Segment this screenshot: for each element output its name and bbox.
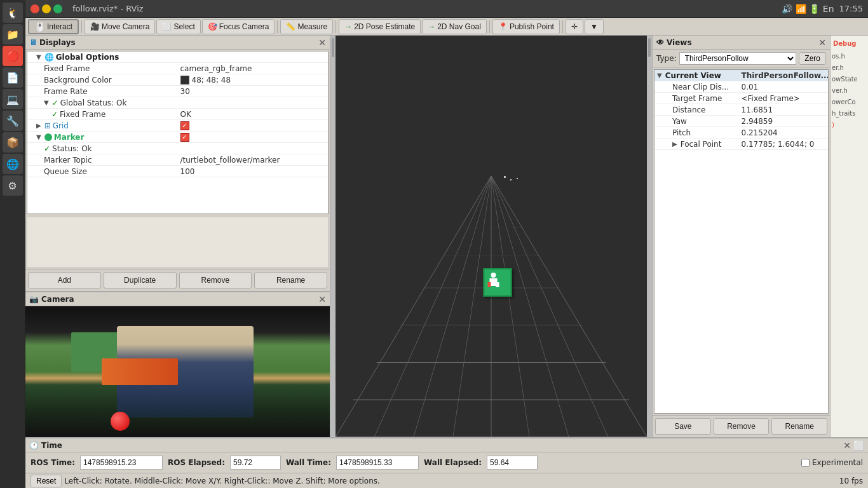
marker-status-row[interactable]: ✓ Status: Ok bbox=[27, 143, 328, 154]
displays-close-button[interactable]: ✕ bbox=[318, 37, 326, 48]
taskbar-icon-9[interactable]: ⚙️ bbox=[3, 175, 23, 196]
current-view-row[interactable]: ▼ Current View ThirdPersonFollow... bbox=[654, 70, 828, 81]
interact-button[interactable]: 🖱️ Interact bbox=[28, 19, 79, 34]
global-status-row[interactable]: ▼ ✓ Global Status: Ok bbox=[27, 97, 328, 109]
marker-checkbox[interactable]: ✓ bbox=[180, 133, 189, 142]
views-zero-button[interactable]: Zero bbox=[799, 52, 826, 65]
add-button[interactable]: Add bbox=[28, 272, 101, 288]
taskbar-icon-1[interactable]: 🐧 bbox=[3, 3, 23, 23]
rename-button[interactable]: Rename bbox=[254, 272, 327, 288]
time-expand-button[interactable]: ⬜ bbox=[853, 440, 864, 451]
fixed-frame-ok-value: OK bbox=[178, 110, 327, 119]
global-options-expand[interactable]: ▼ bbox=[36, 53, 41, 60]
taskbar-icon-6[interactable]: 🔧 bbox=[3, 111, 23, 131]
grid-row[interactable]: ▶ ⊞ Grid ✓ bbox=[27, 120, 328, 132]
background-color-row[interactable]: Background Color 48; 48; 48 bbox=[27, 74, 328, 86]
taskbar-icon-5[interactable]: 💻 bbox=[3, 89, 23, 109]
views-rename-button[interactable]: Rename bbox=[771, 418, 827, 435]
3d-viewport[interactable] bbox=[336, 36, 647, 437]
queue-size-row[interactable]: Queue Size 100 bbox=[27, 166, 328, 177]
svg-line-9 bbox=[414, 176, 491, 437]
move-camera-label: Move Camera bbox=[102, 22, 149, 31]
select-button[interactable]: ⬜ Select bbox=[156, 19, 200, 34]
background-color-label: Background Color bbox=[44, 76, 112, 85]
queue-size-cell: Queue Size bbox=[29, 167, 178, 176]
distance-row[interactable]: Distance 11.6851 bbox=[654, 104, 828, 116]
displays-tree[interactable]: ▼ 🌐 Global Options Fixed Frame camera_rg… bbox=[27, 51, 329, 214]
grid-expand[interactable]: ▶ bbox=[36, 122, 41, 129]
marker-topic-row[interactable]: Marker Topic /turtlebot_follower/marker bbox=[27, 154, 328, 166]
taskbar-icon-2[interactable]: 📁 bbox=[3, 24, 23, 44]
reset-button[interactable]: Reset bbox=[31, 475, 62, 487]
marker-status-label: Status: Ok bbox=[52, 144, 92, 153]
marker-row[interactable]: ▼ Marker ✓ bbox=[27, 132, 328, 143]
views-save-button[interactable]: Save bbox=[655, 418, 711, 435]
robot-marker bbox=[483, 268, 512, 297]
ros-elapsed-input[interactable] bbox=[230, 456, 281, 470]
duplicate-button[interactable]: Duplicate bbox=[104, 272, 177, 288]
target-frame-cell: Target Frame bbox=[657, 94, 742, 103]
global-options-label: Global Options bbox=[56, 53, 119, 62]
camera-close-button[interactable]: ✕ bbox=[318, 294, 326, 304]
views-tree[interactable]: ▼ Current View ThirdPersonFollow... Near… bbox=[654, 69, 829, 414]
grid-cell: ▶ ⊞ Grid bbox=[29, 121, 178, 130]
grid-checkbox[interactable]: ✓ bbox=[180, 121, 189, 130]
yaw-row[interactable]: Yaw 2.94859 bbox=[654, 116, 828, 127]
global-options-cell: ▼ 🌐 Global Options bbox=[29, 53, 178, 62]
maximize-button[interactable] bbox=[53, 4, 62, 13]
views-close-button[interactable]: ✕ bbox=[818, 37, 826, 48]
views-remove-button[interactable]: Remove bbox=[714, 418, 770, 435]
focus-camera-button[interactable]: 🎯 Focus Camera bbox=[202, 19, 275, 34]
camera-red-ball bbox=[111, 412, 130, 431]
extra-button[interactable]: ✛ bbox=[566, 19, 583, 34]
code-line-6: h_traits bbox=[832, 108, 867, 119]
pose-estimate-button[interactable]: → 2D Pose Estimate bbox=[339, 19, 421, 34]
wall-elapsed-input[interactable] bbox=[487, 456, 538, 470]
code-line-5: owerCo bbox=[832, 97, 867, 108]
near-clip-row[interactable]: Near Clip Dis... 0.01 bbox=[654, 81, 828, 93]
fixed-frame-cell: Fixed Frame bbox=[29, 64, 178, 73]
measure-button[interactable]: 📏 Measure bbox=[280, 19, 333, 34]
fixed-frame-row[interactable]: Fixed Frame camera_rgb_frame bbox=[27, 63, 328, 74]
fixed-frame-label: Fixed Frame bbox=[44, 64, 90, 73]
focal-point-expand[interactable]: ▶ bbox=[672, 140, 677, 147]
pitch-row[interactable]: Pitch 0.215204 bbox=[654, 127, 828, 139]
wall-elapsed-label: Wall Elapsed: bbox=[424, 458, 482, 467]
taskbar-icon-7[interactable]: 📦 bbox=[3, 132, 23, 152]
target-frame-row[interactable]: Target Frame <Fixed Frame> bbox=[654, 93, 828, 104]
frame-rate-row[interactable]: Frame Rate 30 bbox=[27, 86, 328, 97]
global-options-row[interactable]: ▼ 🌐 Global Options bbox=[27, 51, 328, 63]
focal-point-row[interactable]: ▶ Focal Point 0.17785; 1.6044; 0 bbox=[654, 139, 828, 150]
time-close-button[interactable]: ✕ bbox=[843, 440, 851, 451]
views-panel-title: Views bbox=[667, 38, 692, 47]
taskbar-icon-3[interactable]: 🔴 bbox=[3, 46, 23, 66]
resize-handle-right[interactable] bbox=[647, 36, 652, 437]
svg-line-15 bbox=[491, 176, 647, 437]
ros-time-input[interactable] bbox=[80, 456, 163, 470]
views-type-select[interactable]: ThirdPersonFollow bbox=[679, 52, 797, 65]
remove-button[interactable]: Remove bbox=[179, 272, 252, 288]
minimize-button[interactable] bbox=[42, 4, 51, 13]
nav-goal-button[interactable]: → 2D Nav Goal bbox=[422, 19, 487, 34]
figure-leg-right bbox=[496, 282, 499, 287]
resize-grip bbox=[332, 38, 334, 57]
wall-time-input[interactable] bbox=[336, 456, 419, 470]
focal-point-value: 0.17785; 1.6044; 0 bbox=[742, 140, 826, 149]
fixed-frame-ok-row[interactable]: ✓ Fixed Frame OK bbox=[27, 109, 328, 120]
taskbar-icon-8[interactable]: 🌐 bbox=[3, 154, 23, 174]
taskbar-icon-4[interactable]: 📄 bbox=[3, 67, 23, 88]
dropdown-button[interactable]: ▼ bbox=[585, 19, 604, 34]
close-button[interactable] bbox=[31, 4, 39, 13]
move-camera-button[interactable]: 🎥 Move Camera bbox=[85, 19, 155, 34]
displays-panel-header: 🖥 Displays ✕ bbox=[25, 36, 330, 50]
figure-head bbox=[491, 273, 496, 278]
global-status-expand[interactable]: ▼ bbox=[44, 99, 49, 106]
publish-point-button[interactable]: 📍 Publish Point bbox=[492, 19, 560, 34]
experimental-checkbox[interactable] bbox=[801, 459, 810, 467]
toolbar-separator-4 bbox=[489, 20, 490, 33]
current-view-expand[interactable]: ▼ bbox=[657, 72, 662, 79]
distance-value: 11.6851 bbox=[742, 105, 826, 114]
queue-size-label: Queue Size bbox=[44, 167, 87, 176]
resize-handle-left[interactable] bbox=[330, 36, 336, 437]
marker-expand[interactable]: ▼ bbox=[36, 133, 41, 140]
